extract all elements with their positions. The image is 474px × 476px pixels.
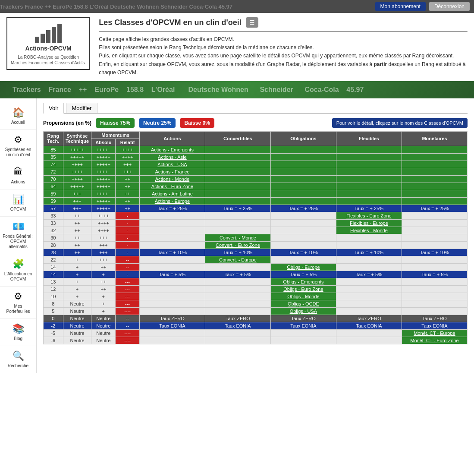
disconnect-button[interactable]: Déconnexion [429,2,470,11]
cell-absolu: +++ [91,249,116,256]
cell-convert[interactable]: Convert. - Europe [205,256,270,263]
sidebar-item-recherche[interactable]: 🔍 Recherche [0,346,36,373]
cell-synth: +++ [63,205,91,212]
cell-relatif: +++ [116,168,140,175]
cell-flex[interactable]: Flexibles - Monde [336,227,402,234]
tab-voir[interactable]: Voir [43,103,64,114]
cell-oblig[interactable]: Obligs - Europe [270,263,336,271]
cell-oblig[interactable]: Obligs - Emergents [270,278,336,285]
cell-flex [336,183,402,190]
sidebar-label-syntheses: Synthèses en un clin d'oeil [2,147,34,158]
cell-flex[interactable]: Flexibles - Europe [336,219,402,227]
bar2 [41,34,45,43]
cell-oblig [270,146,336,153]
cell-rang: -2 [44,322,63,329]
table-row: 22 + +++ -- Convert. - Europe [44,256,468,263]
cell-rang: 5 [44,307,63,315]
sidebar-label-opcvm: OPCVM [10,207,26,212]
cell-convert[interactable]: Convert. - Monde [205,234,270,241]
cell-monet[interactable]: Monét. CT - Euro Zone [402,337,467,344]
cell-monet[interactable]: Monét. CT - Europe [402,329,467,337]
cell-relatif: ---- [116,307,140,315]
page-title-row: Les Classes d'OPCVM en un clin d'oeil ☰ [99,17,468,28]
sidebar-item-actions[interactable]: 🏛 Actions [0,162,36,189]
sidebar-item-blog[interactable]: 📚 Blog [0,319,36,346]
cell-relatif: ++ [116,175,140,183]
cell-oblig [270,212,336,219]
cell-actions[interactable]: Actions - Euro Zone [139,183,205,190]
cell-oblig [270,227,336,234]
cell-relatif: +++ [116,161,140,168]
cell-flex [336,168,402,175]
ticker-strip-top: Trackers France ++ EuroPe 158.8 L'Oréal … [0,3,422,10]
table-row: 10 + + --- Obligs - Monde [44,293,468,300]
bar4 [52,27,56,43]
cell-actions[interactable]: Actions - Monde [139,175,205,183]
cell-rang: 13 [44,278,63,285]
cell-rang: 22 [44,256,63,263]
cell-oblig[interactable]: Obligs - Euro Zone [270,285,336,293]
cell-absolu: Neutre [91,337,116,344]
cell-actions [139,278,205,285]
sidebar-item-accueil[interactable]: 🏠 Accueil [0,103,36,130]
cell-actions [139,234,205,241]
th-rang: RangTech. [44,131,63,146]
cell-actions [139,219,205,227]
sidebar-item-portefeuilles[interactable]: ⚙ Mes Portefeuilles [0,287,36,319]
sidebar-label-fonds: Fonds Général : OPCVM alternatifs [2,234,34,249]
cell-flex [336,285,402,293]
cell-convert: Taux = + 5% [205,271,270,278]
badge-baisse[interactable]: Baisse 0% [180,118,214,128]
cell-rang: 12 [44,285,63,293]
cell-actions[interactable]: Actions - Asie [139,153,205,161]
cell-convert[interactable]: Convert. - Euro Zone [205,241,270,249]
cell-rang: 85 [44,153,63,161]
table-row: 32 ++ ++++ - Flexibles - Monde [44,227,468,234]
sidebar-label-accueil: Accueil [11,120,25,125]
cell-relatif: -- [116,256,140,263]
cell-monet [402,190,467,197]
cell-absolu: +++ [91,241,116,249]
badge-hausse[interactable]: Hausse 75% [96,118,135,128]
top-bar: Trackers France ++ EuroPe 158.8 L'Oréal … [0,0,474,13]
sidebar-item-fonds[interactable]: 💶 Fonds Général : OPCVM alternatifs [0,217,36,254]
cell-convert [205,300,270,307]
cell-actions [139,263,205,271]
cell-convert: Taux ZERO [205,315,270,322]
cell-convert [205,293,270,300]
cell-actions[interactable]: Actions - Emergents [139,146,205,153]
cell-actions [139,300,205,307]
th-relatif: Relatif [116,139,140,146]
cell-oblig[interactable]: Obligs - OCDE [270,300,336,307]
cell-synth: +++ [63,190,91,197]
cell-actions[interactable]: Actions - Am.Latine [139,190,205,197]
cell-convert: Taux EONIA [205,322,270,329]
data-table: RangTech. SynthèseTechnique Momentums Ac… [43,131,468,344]
cell-oblig [270,175,336,183]
cell-monet [402,241,467,249]
logo-subtitle: La ROBO-Analyse au QuotidienMarchés Fina… [11,54,86,66]
cell-actions[interactable]: Actions - USA [139,161,205,168]
cell-oblig [270,329,336,337]
cell-actions[interactable]: Actions - France [139,168,205,175]
cell-oblig[interactable]: Obligs - Monde [270,293,336,300]
sidebar-item-syntheses[interactable]: ⚙ Synthèses en un clin d'oeil [0,130,36,162]
sidebar-item-allocation[interactable]: 🧩 L'Allocation en OPCVM [0,254,36,287]
table-row: -5 Neutre Neutre ---- Monét. CT - Europe [44,329,468,337]
cell-rang: -5 [44,329,63,337]
badge-neutre[interactable]: Neutre 25% [139,118,176,128]
th-synth: SynthèseTechnique [63,131,91,146]
cell-actions[interactable]: Actions - Europe [139,197,205,205]
sidebar-item-opcvm[interactable]: 📊 OPCVM [0,189,36,217]
cell-relatif: - [116,271,140,278]
page-title-icon-button[interactable]: ☰ [246,17,258,28]
main-content: Voir Modifier Propensions (en %) Hausse … [37,98,474,373]
cell-synth: ++++ [63,175,91,183]
actions-icon: 🏛 [13,167,23,178]
cell-synth: +++ [63,197,91,205]
cell-relatif: --- [116,293,140,300]
cell-flex[interactable]: Flexibles - Euro Zone [336,212,402,219]
cell-flex [336,263,402,271]
cell-oblig[interactable]: Obligs - USA [270,307,336,315]
tab-modifier[interactable]: Modifier [66,103,97,113]
